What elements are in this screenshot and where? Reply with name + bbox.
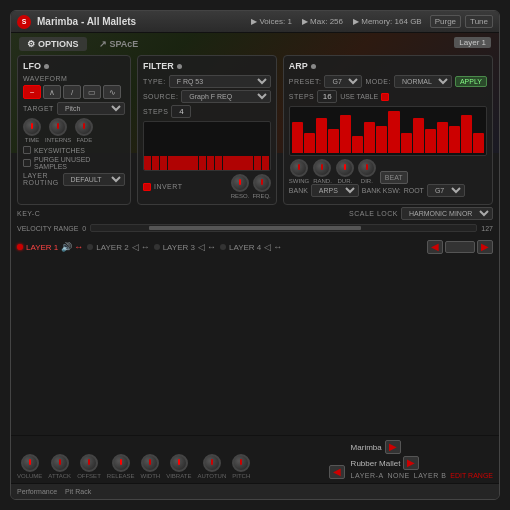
scale-select[interactable]: HARMONIC MINOR bbox=[401, 207, 493, 220]
layer-1-label: LAYER 1 bbox=[26, 243, 58, 252]
pitch-group: PITCH bbox=[232, 454, 250, 479]
filter-type-select[interactable]: F RQ 53 bbox=[169, 75, 271, 88]
layer-3-label: LAYER 3 bbox=[163, 243, 195, 252]
swing-knob[interactable] bbox=[290, 159, 308, 177]
purge-unused-check[interactable] bbox=[23, 159, 31, 167]
offset-label: OFFSET bbox=[77, 473, 101, 479]
layer-3-item[interactable]: LAYER 3 ◁ ↔ bbox=[154, 240, 216, 254]
options-tab-label: OPTIONS bbox=[38, 39, 79, 49]
velocity-min: 0 bbox=[82, 225, 86, 232]
filter-dot bbox=[177, 64, 182, 69]
dir-label: DIR. bbox=[361, 178, 373, 184]
nav-left-btn[interactable]: ◀ bbox=[427, 240, 443, 254]
pitch-label: PITCH bbox=[232, 473, 250, 479]
lfo-knobs: TIME INTERNS FADE bbox=[23, 118, 125, 143]
nav-arrows: ◀ ▶ bbox=[427, 240, 493, 254]
release-group: RELEASE bbox=[107, 454, 135, 479]
filter-source-select[interactable]: Graph F REQ bbox=[181, 90, 270, 103]
root-select[interactable]: G7 bbox=[427, 184, 465, 197]
nav-display bbox=[445, 241, 475, 253]
arp-preset-select[interactable]: G7 bbox=[324, 75, 362, 88]
bottom-nav-left[interactable]: ◀ bbox=[329, 465, 345, 479]
reso-knob[interactable] bbox=[231, 174, 249, 192]
width-knob[interactable] bbox=[141, 454, 159, 472]
release-knob[interactable] bbox=[112, 454, 130, 472]
main-content: ⚙ OPTIONS ↗ SPAcE Layer 1 LFO WAVEFORM ~… bbox=[11, 33, 499, 435]
space-tab[interactable]: ↗ SPAcE bbox=[91, 37, 147, 51]
reso-knob-container: RESO. bbox=[231, 174, 250, 199]
time-knob[interactable] bbox=[23, 118, 41, 136]
arp-dot bbox=[311, 64, 316, 69]
options-tab[interactable]: ⚙ OPTIONS bbox=[19, 37, 87, 51]
filter-invert-label: INVERT bbox=[154, 183, 183, 190]
filter-invert-check[interactable] bbox=[143, 183, 151, 191]
performance-label: Performance bbox=[17, 488, 57, 495]
freq-label: FREQ. bbox=[252, 193, 270, 199]
layers-row: LAYER 1 🔊 ↔ LAYER 2 ◁ ↔ LAYER 3 ◁ bbox=[11, 237, 499, 257]
wave-sine[interactable]: ~ bbox=[23, 85, 41, 99]
max-stat: ▶ Max: 256 bbox=[302, 17, 343, 26]
sub-instrument-nav[interactable]: ▶ bbox=[403, 456, 419, 470]
vibrate-knob[interactable] bbox=[170, 454, 188, 472]
keyswitches-check[interactable] bbox=[23, 146, 31, 154]
layer-2-label: LAYER 2 bbox=[96, 243, 128, 252]
purge-unused-row: PURGE UNUSED SAMPLES bbox=[23, 156, 125, 170]
release-label: RELEASE bbox=[107, 473, 135, 479]
purge-unused-label: PURGE UNUSED SAMPLES bbox=[34, 156, 125, 170]
arp-mode-select[interactable]: NORMAL bbox=[394, 75, 452, 88]
status-bar: Performance Pit Rack bbox=[11, 483, 499, 499]
bank-select[interactable]: ARPS bbox=[311, 184, 359, 197]
layer-4-icons: ◁ ↔ bbox=[264, 242, 282, 252]
tune-button[interactable]: Tune bbox=[465, 15, 493, 28]
layer-1-item[interactable]: LAYER 1 🔊 ↔ bbox=[17, 240, 83, 254]
nav-right-btn[interactable]: ▶ bbox=[477, 240, 493, 254]
layer-2-midi-icon: ↔ bbox=[141, 242, 150, 252]
freq-knob[interactable] bbox=[253, 174, 271, 192]
filter-graph[interactable] bbox=[143, 121, 271, 171]
layer-2-item[interactable]: LAYER 2 ◁ ↔ bbox=[87, 240, 149, 254]
wave-square[interactable]: ▭ bbox=[83, 85, 101, 99]
edit-range-btn[interactable]: EDIT RANGE bbox=[450, 472, 493, 479]
velocity-range-container: VELOCITY RANGE 0 127 bbox=[11, 222, 499, 235]
wave-random[interactable]: ∿ bbox=[103, 85, 121, 99]
interns-knob[interactable] bbox=[49, 118, 67, 136]
attack-knob[interactable] bbox=[51, 454, 69, 472]
wave-sawtooth[interactable]: / bbox=[63, 85, 81, 99]
arp-preset-label: PRESET: bbox=[289, 78, 322, 85]
layer-3-led bbox=[154, 244, 160, 250]
target-select[interactable]: Pitch Volume Pan bbox=[57, 102, 125, 115]
wave-triangle[interactable]: ∧ bbox=[43, 85, 61, 99]
filter-steps-row: STEPS 4 bbox=[143, 105, 271, 118]
layer-a-label: LAYER-A bbox=[351, 472, 384, 479]
beat-button[interactable]: BEAT bbox=[380, 171, 408, 184]
volume-knob[interactable] bbox=[21, 454, 39, 472]
waveform-row: ~ ∧ / ▭ ∿ bbox=[23, 85, 125, 99]
interns-label: INTERNS bbox=[45, 137, 71, 143]
layer-4-item[interactable]: LAYER 4 ◁ ↔ bbox=[220, 240, 282, 254]
rand-knob[interactable] bbox=[313, 159, 331, 177]
arp-graph[interactable] bbox=[289, 106, 487, 156]
width-label: WIDTH bbox=[140, 473, 160, 479]
apply-button[interactable]: APPLY bbox=[455, 76, 487, 87]
main-instrument-nav[interactable]: ▶ bbox=[385, 440, 401, 454]
layer-routing-label: LAYER ROUTING bbox=[23, 172, 60, 186]
dir-knob[interactable] bbox=[358, 159, 376, 177]
purge-button[interactable]: Purge bbox=[430, 15, 461, 28]
fade-knob-container: FADE bbox=[75, 118, 93, 143]
pitch-knob[interactable] bbox=[232, 454, 250, 472]
layer-routing-select[interactable]: DEFAULT bbox=[63, 173, 125, 186]
bottom-knobs-row: VOLUME ATTACK OFFSET RELEASE WIDTH VIBRA… bbox=[17, 440, 493, 479]
dur-knob[interactable] bbox=[336, 159, 354, 177]
velocity-range-label: VELOCITY RANGE bbox=[17, 225, 78, 232]
sub-instrument-row: Rubber Mallet ▶ bbox=[351, 456, 493, 470]
layer-2-audio-icon: ◁ bbox=[132, 242, 139, 252]
reso-label: RESO. bbox=[231, 193, 250, 199]
swing-knob-container: SWING bbox=[289, 159, 309, 184]
lfo-title: LFO bbox=[23, 61, 125, 71]
autotun-knob[interactable] bbox=[203, 454, 221, 472]
tabs-row: ⚙ OPTIONS ↗ SPAcE Layer 1 bbox=[11, 33, 499, 55]
fade-knob[interactable] bbox=[75, 118, 93, 136]
layer-2-led bbox=[87, 244, 93, 250]
offset-knob[interactable] bbox=[80, 454, 98, 472]
use-table-check[interactable] bbox=[381, 93, 389, 101]
